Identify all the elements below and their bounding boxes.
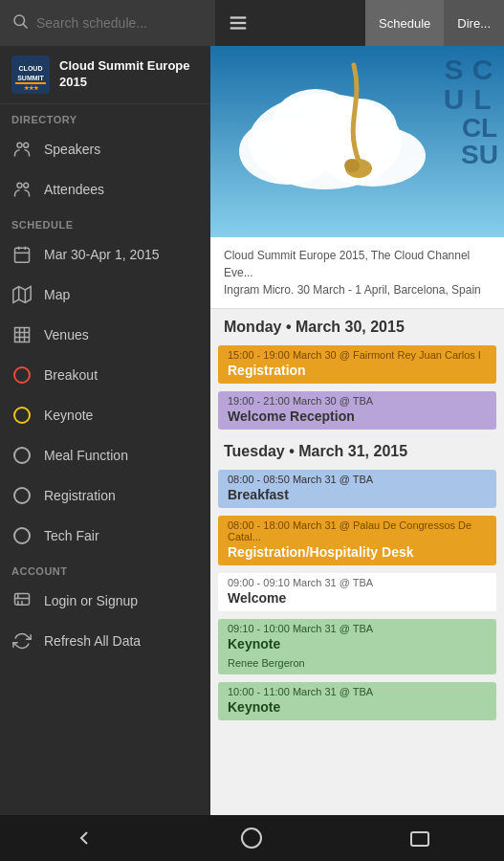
tab-buttons: Schedule Dire... <box>365 0 504 46</box>
recents-button[interactable] <box>391 815 449 861</box>
top-right: Schedule Dire... <box>215 0 504 46</box>
sidebar-item-breakout[interactable]: Breakout <box>0 355 210 395</box>
app-name: Cloud Summit Europe 2015 <box>59 58 199 91</box>
hamburger-button[interactable] <box>215 0 261 46</box>
list-item[interactable]: 08:00 - 08:50 March 31 @ TBA Breakfast <box>218 470 496 508</box>
event-info-line1: Cloud Summit Europe 2015, The Cloud Chan… <box>224 247 491 281</box>
schedule-area: CL SU CL SU Cloud Summit Europe 2015, Th… <box>210 46 504 815</box>
tab-schedule[interactable]: Schedule <box>365 0 444 46</box>
tab-directory[interactable]: Dire... <box>444 0 504 46</box>
sidebar-item-attendees[interactable]: Attendees <box>0 169 210 210</box>
map-label: Map <box>44 287 70 302</box>
event-info-line2: Ingram Micro. 30 March - 1 April, Barcel… <box>224 281 491 298</box>
sidebar-item-venues[interactable]: Venues <box>0 315 210 355</box>
event-subtitle: Renee Bergeron <box>218 657 496 674</box>
app-logo: CLOUD SUMMIT ★★★ <box>11 55 50 94</box>
sidebar-item-login[interactable]: Login or Signup <box>0 581 210 621</box>
event-time: 19:00 - 21:00 March 30 @ TBA <box>218 391 496 408</box>
banner: CL SU CL SU <box>210 46 504 237</box>
event-time: 10:00 - 11:00 March 31 @ TBA <box>218 682 496 699</box>
back-button[interactable] <box>55 815 113 861</box>
bottom-nav <box>0 815 504 861</box>
event-title: Breakfast <box>218 487 496 508</box>
sidebar-item-refresh[interactable]: Refresh All Data <box>0 621 210 661</box>
search-icon <box>11 12 29 33</box>
sidebar-item-keynote[interactable]: Keynote <box>0 395 210 435</box>
list-item[interactable]: 08:00 - 18:00 March 31 @ Palau De Congre… <box>218 516 496 565</box>
svg-point-38 <box>344 159 360 172</box>
breakout-circle-icon <box>11 364 33 386</box>
sidebar-item-dates[interactable]: Mar 30-Apr 1, 2015 <box>0 234 210 275</box>
day-header-tuesday: Tuesday • March 31, 2015 <box>210 433 504 466</box>
svg-line-1 <box>23 24 27 28</box>
directory-section-header: DIRECTORY <box>0 104 210 129</box>
sidebar-item-registration[interactable]: Registration <box>0 475 210 516</box>
svg-rect-21 <box>15 328 30 342</box>
registration-circle-icon <box>11 485 33 506</box>
meal-function-label: Meal Function <box>44 448 128 463</box>
registration-label: Registration <box>44 488 116 503</box>
keynote-label: Keynote <box>44 408 93 423</box>
svg-text:SUMMIT: SUMMIT <box>17 75 44 81</box>
main-content: CLOUD SUMMIT ★★★ Cloud Summit Europe 201… <box>0 46 504 815</box>
list-item[interactable]: 09:10 - 10:00 March 31 @ TBA Keynote Ren… <box>218 619 496 674</box>
event-title: Registration/Hospitality Desk <box>218 544 496 565</box>
event-time: 09:10 - 10:00 March 31 @ TBA <box>218 619 496 636</box>
event-time: 09:00 - 09:10 March 31 @ TBA <box>218 573 496 590</box>
svg-point-39 <box>242 828 261 848</box>
event-title: Welcome Reception <box>218 408 496 430</box>
people-icon-2 <box>11 179 33 200</box>
meal-circle-icon <box>11 445 33 466</box>
svg-text:CLOUD: CLOUD <box>19 65 43 72</box>
refresh-label: Refresh All Data <box>44 633 141 649</box>
building-icon <box>11 324 33 345</box>
svg-point-12 <box>17 183 22 188</box>
list-item[interactable]: 09:00 - 09:10 March 31 @ TBA Welcome <box>218 573 496 611</box>
svg-rect-14 <box>15 248 30 262</box>
venues-label: Venues <box>44 327 89 342</box>
svg-text:★★★: ★★★ <box>24 85 39 91</box>
search-input[interactable] <box>36 15 204 31</box>
event-info: Cloud Summit Europe 2015, The Cloud Chan… <box>210 237 504 309</box>
svg-point-13 <box>24 183 29 188</box>
event-title: Keynote <box>218 699 496 720</box>
refresh-icon <box>11 630 33 651</box>
tech-fair-label: Tech Fair <box>44 528 99 543</box>
svg-rect-8 <box>15 82 46 84</box>
speakers-label: Speakers <box>44 142 100 157</box>
sidebar-item-tech-fair[interactable]: Tech Fair <box>0 516 210 556</box>
person-icon <box>11 590 33 611</box>
search-area <box>0 0 215 46</box>
people-icon <box>11 139 33 160</box>
sidebar: CLOUD SUMMIT ★★★ Cloud Summit Europe 201… <box>0 46 210 815</box>
map-icon <box>11 284 33 305</box>
event-title: Keynote <box>218 636 496 657</box>
sidebar-item-speakers[interactable]: Speakers <box>0 129 210 169</box>
event-time: 08:00 - 18:00 March 31 @ Palau De Congre… <box>218 516 496 544</box>
sidebar-item-map[interactable]: Map <box>0 275 210 315</box>
calendar-icon <box>11 244 33 265</box>
account-section-header: ACCOUNT <box>0 556 210 581</box>
sidebar-item-meal-function[interactable]: Meal Function <box>0 435 210 475</box>
event-title: Registration <box>218 363 496 384</box>
schedule-section-header: SCHEDULE <box>0 210 210 234</box>
keynote-circle-icon <box>11 405 33 426</box>
svg-point-0 <box>14 15 25 26</box>
dates-label: Mar 30-Apr 1, 2015 <box>44 247 160 262</box>
svg-point-11 <box>24 143 29 147</box>
list-item[interactable]: 15:00 - 19:00 March 30 @ Fairmont Rey Ju… <box>218 345 496 384</box>
breakout-label: Breakout <box>44 367 98 383</box>
list-item[interactable]: 19:00 - 21:00 March 30 @ TBA Welcome Rec… <box>218 391 496 430</box>
svg-point-10 <box>17 143 22 147</box>
svg-marker-18 <box>13 287 31 303</box>
app-header: CLOUD SUMMIT ★★★ Cloud Summit Europe 201… <box>0 46 210 104</box>
event-time: 15:00 - 19:00 March 30 @ Fairmont Rey Ju… <box>218 345 496 363</box>
event-time: 08:00 - 08:50 March 31 @ TBA <box>218 470 496 487</box>
top-bar: Schedule Dire... <box>0 0 504 46</box>
login-label: Login or Signup <box>44 593 138 608</box>
attendees-label: Attendees <box>44 182 104 197</box>
svg-point-36 <box>320 99 397 156</box>
list-item[interactable]: 10:00 - 11:00 March 31 @ TBA Keynote <box>218 682 496 720</box>
home-button[interactable] <box>223 815 280 861</box>
svg-rect-40 <box>411 832 428 846</box>
